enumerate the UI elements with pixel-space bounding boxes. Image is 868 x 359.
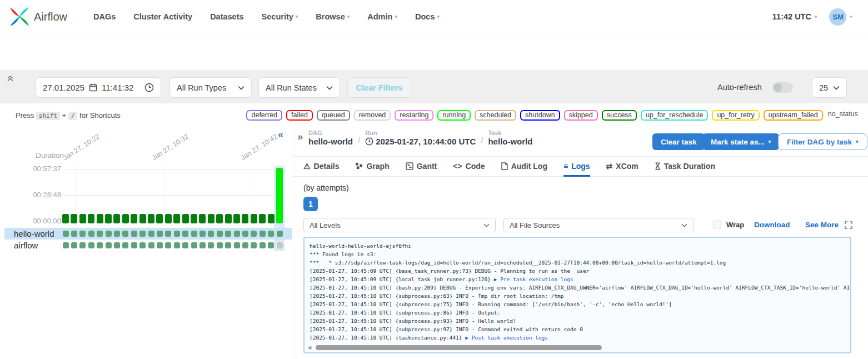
state-badge-shutdown[interactable]: shutdown <box>520 110 560 121</box>
dag-run-square-success[interactable] <box>62 214 69 223</box>
task-instance-square-success[interactable] <box>97 242 103 248</box>
dag-run-square-success[interactable] <box>182 214 189 223</box>
task-instance-square-success[interactable] <box>199 231 206 237</box>
tab-task-duration[interactable]: Task Duration <box>655 158 715 177</box>
task-instance-square-success[interactable] <box>63 242 69 248</box>
task-instance-square-success[interactable] <box>217 231 223 237</box>
task-instance-square-success[interactable] <box>225 231 231 237</box>
task-instance-square-success[interactable] <box>79 231 86 237</box>
task-instance-square-success[interactable] <box>148 231 154 237</box>
task-instance-square-none[interactable] <box>277 242 283 248</box>
log-level-select[interactable]: All Levels <box>303 218 496 232</box>
task-instance-square-success[interactable] <box>234 231 240 237</box>
mark-state-button[interactable]: Mark state as... ▾ <box>702 133 779 150</box>
state-badge-removed[interactable]: removed <box>354 110 391 121</box>
breadcrumb-run-value[interactable]: 2025-01-27, 10:44:00 UTC <box>365 137 476 146</box>
task-instance-square-success[interactable] <box>191 242 197 248</box>
task-instance-square-success[interactable] <box>114 231 120 237</box>
task-instance-square-success[interactable] <box>139 242 146 248</box>
scroll-left-arrow-icon[interactable]: ◀ <box>308 345 311 350</box>
nav-item-datasets[interactable]: Datasets <box>210 12 243 21</box>
dag-run-square-success[interactable] <box>139 214 146 223</box>
task-instance-square-success[interactable] <box>63 231 69 237</box>
base-date-input[interactable]: 27.01.2025 11:41:32 <box>36 77 161 98</box>
dag-run-square-success[interactable] <box>97 214 103 223</box>
task-instance-square-success[interactable] <box>79 242 86 248</box>
state-badge-failed[interactable]: failed <box>286 110 313 121</box>
task-instance-square-success[interactable] <box>88 242 94 248</box>
task-instance-square-success[interactable] <box>106 231 112 237</box>
dag-run-square-success[interactable] <box>79 214 86 223</box>
tab-details[interactable]: ⚠Details <box>303 158 339 177</box>
dag-run-square-success[interactable] <box>113 214 120 223</box>
task-instance-square-success[interactable] <box>174 242 180 248</box>
dag-run-square-success[interactable] <box>225 214 232 223</box>
state-badge-restarting[interactable]: restarting <box>395 110 433 121</box>
task-instance-square-success[interactable] <box>268 242 274 248</box>
scrollbar-thumb[interactable] <box>316 345 602 350</box>
tab-gantt[interactable]: Gantt <box>406 158 437 177</box>
dag-run-square-success[interactable] <box>131 214 137 223</box>
tab-logs[interactable]: ≡Logs <box>563 158 590 177</box>
task-name-airflow[interactable]: airflow <box>14 240 38 251</box>
dag-run-square-success[interactable] <box>191 214 197 223</box>
task-instance-square-success[interactable] <box>208 231 214 237</box>
dag-run-square-success[interactable] <box>71 214 77 223</box>
task-instance-square-success[interactable] <box>97 231 103 237</box>
task-instance-square-success[interactable] <box>174 231 180 237</box>
tab-code[interactable]: <>Code <box>453 158 485 177</box>
task-instance-square-success[interactable] <box>182 231 188 237</box>
task-instance-square-success[interactable] <box>139 231 146 237</box>
dag-run-square-success[interactable] <box>105 214 112 223</box>
dag-run-square-success[interactable] <box>122 214 129 223</box>
task-instance-square-success[interactable] <box>106 242 112 248</box>
task-instance-square-success[interactable] <box>114 242 120 248</box>
fullscreen-icon[interactable] <box>845 221 852 229</box>
dag-run-square-running[interactable] <box>276 168 283 223</box>
task-instance-square-success[interactable] <box>88 231 94 237</box>
task-instance-square-success[interactable] <box>217 242 223 248</box>
filter-dag-by-task-button[interactable]: Filter DAG by task ▾ <box>778 133 867 150</box>
state-badge-skipped[interactable]: skipped <box>564 110 598 121</box>
task-instance-square-success[interactable] <box>122 231 128 237</box>
utc-clock-dropdown[interactable]: 11:42 UTC ▾ <box>772 12 817 21</box>
task-instance-square-success[interactable] <box>251 242 257 248</box>
task-instance-square-success[interactable] <box>157 231 163 237</box>
task-instance-square-success[interactable] <box>165 231 171 237</box>
task-instance-square-success[interactable] <box>71 242 77 248</box>
dag-run-square-success[interactable] <box>88 214 94 223</box>
log-group-link[interactable]: ▶ Post task execution logs <box>465 335 548 341</box>
state-badge-success[interactable]: success <box>602 110 637 121</box>
breadcrumb-dag-value[interactable]: hello-world <box>308 137 353 146</box>
task-instance-square-success[interactable] <box>277 231 283 237</box>
nav-item-security[interactable]: Security▾ <box>262 12 298 21</box>
auto-refresh-toggle[interactable] <box>772 82 793 93</box>
collapse-filters-icon[interactable] <box>7 74 14 82</box>
task-instance-square-success[interactable] <box>157 242 163 248</box>
task-name-hello-world[interactable]: hello-world <box>14 228 54 240</box>
horizontal-scrollbar[interactable]: ◀ <box>308 345 847 351</box>
run-types-select[interactable]: All Run Types <box>169 77 252 98</box>
tab-graph[interactable]: Graph <box>355 158 389 177</box>
task-instance-square-success[interactable] <box>242 242 248 248</box>
state-badge-up_for_retry[interactable]: up_for_retry <box>712 110 759 121</box>
task-instance-square-success[interactable] <box>191 231 197 237</box>
task-instance-square-success[interactable] <box>260 231 266 237</box>
task-instance-square-success[interactable] <box>131 231 137 237</box>
see-more-link[interactable]: See More <box>805 218 839 232</box>
task-instance-square-success[interactable] <box>234 242 240 248</box>
user-menu[interactable]: SM ▾ <box>829 8 852 26</box>
task-instance-square-success[interactable] <box>225 242 231 248</box>
dag-run-square-success[interactable] <box>156 214 163 223</box>
dag-run-square-success[interactable] <box>233 214 240 223</box>
clear-filters-button[interactable]: Clear Filters <box>347 77 411 98</box>
dag-run-square-success[interactable] <box>242 214 248 223</box>
state-badge-up_for_reschedule[interactable]: up_for_reschedule <box>641 110 709 121</box>
tab-xcom[interactable]: ⇄XCom <box>606 158 638 177</box>
state-badge-scheduled[interactable]: scheduled <box>475 110 516 121</box>
nav-item-cluster-activity[interactable]: Cluster Activity <box>133 12 192 21</box>
breadcrumb-task-value[interactable]: hello-world <box>488 137 532 146</box>
dag-run-square-success[interactable] <box>165 214 172 223</box>
task-instance-square-success[interactable] <box>148 242 154 248</box>
dag-run-square-success[interactable] <box>173 214 180 223</box>
